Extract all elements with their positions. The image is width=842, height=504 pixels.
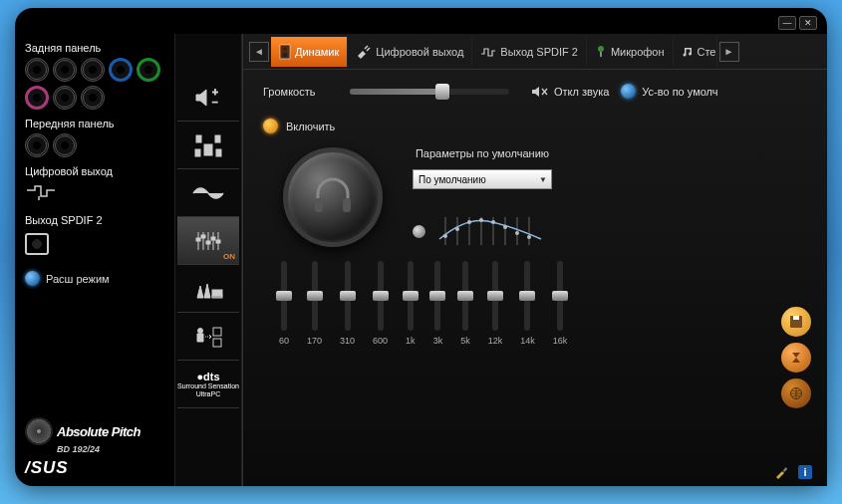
svg-rect-6 [216, 149, 221, 156]
category-dts[interactable]: ●dts Surround Sensation UltraPC [177, 361, 239, 408]
default-device-toggle[interactable]: Ус-во по умолч [621, 84, 717, 99]
preset-save-button[interactable] [781, 307, 811, 337]
svg-rect-3 [215, 135, 220, 142]
category-room[interactable] [177, 313, 239, 361]
svg-rect-4 [204, 144, 212, 155]
rear-panel-label: Задняя панель [25, 42, 164, 54]
eq-band-3k: 3k [433, 261, 443, 346]
svg-rect-46 [793, 316, 799, 320]
info-icon[interactable]: i [797, 464, 813, 480]
close-button[interactable]: ✕ [799, 16, 817, 30]
volume-label: Громкость [263, 86, 338, 98]
category-equalizer[interactable] [177, 217, 239, 265]
eq-band-14k: 14k [520, 261, 535, 346]
jack-rear-8[interactable] [81, 86, 105, 110]
audio-control-window: — ✕ Задняя панель Передняя панель Цифров… [15, 8, 827, 486]
jack-rear-pink[interactable] [25, 86, 49, 110]
tabs-scroll-left[interactable]: ◄ [249, 42, 269, 62]
volume-slider[interactable] [350, 89, 509, 95]
eq-slider-170[interactable] [312, 261, 318, 331]
minimize-button[interactable]: — [778, 16, 796, 30]
svg-text:−: − [212, 97, 218, 108]
category-volume[interactable]: +− [177, 74, 239, 122]
headphone-dial[interactable] [283, 147, 383, 247]
eq-band-5k: 5k [460, 261, 470, 346]
eq-band-1k: 1k [406, 261, 416, 346]
svg-rect-15 [211, 237, 215, 240]
svg-point-23 [284, 47, 287, 50]
eq-slider-14k[interactable] [524, 261, 530, 331]
svg-rect-13 [201, 235, 205, 238]
jack-rear-2[interactable] [53, 58, 77, 82]
digital-out-icon[interactable] [25, 184, 164, 204]
spdif-out-label: Выход SPDIF 2 [25, 214, 164, 226]
eq-slider-3k[interactable] [434, 261, 440, 331]
svg-point-38 [455, 227, 459, 231]
eq-preview [413, 211, 552, 251]
eq-band-12k: 12k [488, 261, 503, 346]
titlebar: — ✕ [15, 8, 827, 34]
jack-rear-1[interactable] [25, 58, 49, 82]
svg-point-39 [467, 220, 471, 224]
svg-point-42 [503, 225, 507, 229]
svg-rect-16 [216, 240, 220, 243]
svg-rect-2 [196, 135, 201, 142]
enable-toggle[interactable]: Включить [263, 119, 807, 133]
headphones-icon [308, 172, 358, 222]
settings-icon[interactable] [773, 464, 789, 480]
eq-slider-1k[interactable] [408, 261, 414, 331]
left-panel: Задняя панель Передняя панель Цифровой в… [15, 34, 174, 486]
equalizer: 60 170 310 600 1k 3k 5k 12k 14k 16k [263, 261, 807, 346]
preset-select[interactable]: По умолчанию [413, 169, 552, 189]
category-environment[interactable] [177, 265, 239, 313]
tabs-scroll-right[interactable]: ► [719, 42, 739, 62]
svg-text:i: i [803, 466, 806, 478]
jack-rear-blue[interactable] [109, 58, 133, 82]
dts-label: ●dts Surround Sensation UltraPC [177, 371, 239, 397]
brand-pitch-text: Absolute Pitch [57, 424, 140, 439]
tab-digital-out[interactable]: Цифровой выход [348, 37, 472, 67]
tab-content: Громкость Откл звука Ус-во по умолч [243, 70, 827, 458]
eq-slider-16k[interactable] [557, 261, 563, 331]
main-area: ◄ Динамик Цифровой выход Выход SPDIF 2 М… [242, 34, 827, 486]
svg-rect-14 [206, 241, 210, 244]
tab-speaker[interactable]: Динамик [271, 37, 348, 67]
tab-microphone[interactable]: Микрофон [587, 37, 674, 67]
disk-icon [789, 315, 803, 329]
preset-reset-button[interactable] [781, 343, 811, 373]
svg-point-24 [283, 52, 288, 57]
eq-slider-5k[interactable] [462, 261, 468, 331]
jack-front-1[interactable] [25, 133, 49, 157]
mute-button[interactable]: Откл звука [531, 85, 609, 99]
eq-slider-60[interactable] [281, 261, 287, 331]
svg-point-19 [198, 328, 203, 333]
preset-delete-button[interactable] [781, 378, 811, 408]
spdif-connector-icon[interactable] [25, 233, 49, 255]
branding: Absolute Pitch BD 192/24 /SUS [25, 417, 164, 478]
brand-speaker-icon [25, 417, 53, 445]
jack-rear-green[interactable] [137, 58, 160, 82]
rear-jacks [25, 58, 164, 110]
eq-slider-310[interactable] [345, 261, 351, 331]
eq-slider-12k[interactable] [492, 261, 498, 331]
note-icon [682, 46, 694, 58]
jack-rear-7[interactable] [53, 86, 77, 110]
front-jacks [25, 133, 164, 157]
eq-preview-radio[interactable] [413, 225, 425, 238]
tab-spdif2[interactable]: Выход SPDIF 2 [472, 37, 587, 67]
brand-sub-text: BD 192/24 [57, 444, 164, 454]
eq-slider-600[interactable] [378, 261, 384, 331]
globe-icon [789, 386, 803, 400]
svg-rect-26 [600, 52, 602, 57]
tab-stereo[interactable]: Стер [674, 37, 717, 67]
advanced-mode-toggle[interactable]: Расш режим [25, 271, 164, 286]
device-tabs: ◄ Динамик Цифровой выход Выход SPDIF 2 М… [243, 34, 827, 70]
jack-rear-3[interactable] [81, 58, 105, 82]
jack-front-2[interactable] [53, 133, 77, 157]
category-effects[interactable] [177, 169, 239, 217]
svg-rect-27 [315, 198, 323, 212]
svg-rect-20 [213, 328, 221, 336]
eq-band-170: 170 [307, 261, 322, 346]
category-speakers[interactable] [177, 122, 239, 169]
svg-rect-18 [212, 296, 222, 298]
